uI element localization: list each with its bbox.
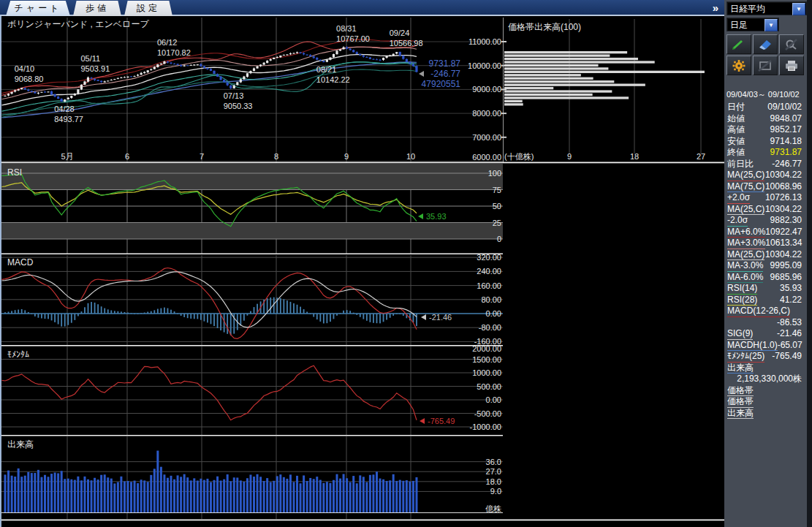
- tab-price[interactable]: 歩値: [73, 1, 121, 16]
- tab-settings[interactable]: 設定: [124, 1, 172, 16]
- indicator-value: 09/10/02: [767, 102, 802, 113]
- indicator-label[interactable]: SIG(9): [727, 328, 753, 340]
- indicator-label[interactable]: MA+3.0%: [727, 238, 765, 249]
- chevron-down-icon[interactable]: ▼: [764, 19, 778, 31]
- tab-price-label: 歩値: [86, 3, 109, 13]
- indicator-row: 出来高: [727, 363, 802, 374]
- indicator-row: RSI(28)41.22: [727, 295, 802, 306]
- rsi-marker: [418, 213, 423, 219]
- symbol-select[interactable]: 日経平均 ▼: [726, 1, 807, 15]
- indicator-value: 10726.13: [765, 192, 802, 204]
- zoom-tool-button[interactable]: [779, 34, 804, 54]
- volume-title: 出来高: [7, 439, 34, 450]
- price-axis-label: 11000.00: [468, 37, 501, 46]
- indicator-label[interactable]: MA(25,C): [727, 249, 764, 261]
- volume-axis-label: 18.0: [486, 477, 501, 486]
- indicator-label[interactable]: RSI(14): [727, 283, 757, 295]
- price-annotation: 9068.80: [15, 75, 44, 83]
- price-annotation: 10566.98: [390, 39, 423, 48]
- indicator-label[interactable]: 価格帯: [727, 385, 754, 397]
- macd-marker: [421, 314, 426, 320]
- pbv-axis-label: 27: [697, 152, 705, 161]
- indicator-value: 10613.34: [765, 238, 802, 249]
- indicator-row: 安値9714.18: [727, 136, 802, 148]
- price-axis-label: 6000.00: [472, 153, 501, 162]
- gear-icon: [732, 59, 746, 72]
- rsi-title: RSI: [7, 167, 22, 178]
- indicator-label[interactable]: 出来高: [727, 408, 754, 420]
- indicator-row: MA(25,C)10304.22: [727, 204, 802, 216]
- indicator-value: 2,193,330,000株: [727, 374, 802, 385]
- volume-axis-label: 9.0: [490, 487, 501, 496]
- momentum-axis-label: -500.00: [474, 409, 501, 418]
- month-axis-label: 5月: [61, 152, 73, 161]
- indicator-value: 9995.09: [770, 260, 802, 272]
- indicator-label[interactable]: +2.0σ: [727, 192, 750, 204]
- indicator-row: 高値9852.17: [727, 124, 802, 136]
- indicator-row: SIG(9)-21.46: [727, 328, 802, 340]
- price-annotation: 08/21: [316, 65, 337, 74]
- chart-canvas[interactable]: 11000.0010000.009000.008000.007000.00600…: [1, 16, 724, 527]
- period-select[interactable]: 日足 ▼: [726, 18, 779, 31]
- indicator-label[interactable]: 価格帯: [727, 396, 754, 408]
- indicator-label[interactable]: MA-3.0%: [727, 260, 763, 272]
- print-tool-button[interactable]: [779, 56, 804, 75]
- eraser-tool-button[interactable]: [753, 34, 778, 54]
- indicator-label[interactable]: RSI(28): [727, 295, 757, 306]
- rsi-axis-label: 75: [493, 186, 501, 194]
- indicator-row: 出来高: [727, 408, 802, 420]
- chevron-down-icon[interactable]: ▼: [792, 3, 805, 15]
- indicator-value: 9685.96: [770, 272, 802, 284]
- indicator-row: MACDH(1.0)-65.07: [727, 340, 802, 352]
- indicator-row: 始値9848.07: [727, 113, 802, 125]
- tab-chart[interactable]: チャート: [6, 1, 70, 16]
- price-annotation: 04/28: [54, 105, 75, 113]
- indicator-label[interactable]: MA(75,C): [727, 181, 764, 193]
- month-axis-label: 8: [274, 152, 278, 161]
- indicator-label[interactable]: MACD(12-26,C): [727, 306, 790, 317]
- indicator-row: MA(25,C)10304.22: [727, 249, 802, 261]
- indicator-label: 始値: [727, 113, 745, 125]
- indicator-row: 前日比-246.77: [727, 159, 802, 170]
- price-annotation: 05/11: [81, 54, 101, 63]
- indicator-label[interactable]: ﾓﾒﾝﾀﾑ(25): [727, 351, 764, 363]
- pbv-title: 価格帯出来高(100): [508, 22, 581, 32]
- capture-tool-button[interactable]: [753, 56, 778, 75]
- indicator-row: ﾓﾒﾝﾀﾑ(25)-765.49: [727, 351, 802, 363]
- price-annotation: 10142.22: [316, 75, 350, 84]
- indicator-label[interactable]: MA(25,C): [727, 204, 764, 216]
- price-axis-label: 9000.00: [472, 85, 501, 94]
- indicator-label[interactable]: MA-6.0%: [727, 272, 763, 284]
- indicator-row: MA(25,C)10304.22: [727, 170, 802, 181]
- indicator-row: 価格帯: [727, 385, 802, 397]
- settings-tool-button[interactable]: [726, 56, 751, 75]
- tab-overflow-icon[interactable]: »: [713, 1, 718, 15]
- magnifier-off-icon: [784, 39, 799, 50]
- volume-unit-label: 億株: [485, 504, 501, 513]
- indicator-label[interactable]: -2.0σ: [727, 215, 748, 227]
- month-axis-label: 9: [344, 152, 349, 161]
- indicator-label[interactable]: 出来高: [727, 363, 754, 374]
- indicator-row: 終値9731.87: [727, 147, 802, 159]
- indicator-label[interactable]: MA(25,C): [727, 170, 764, 181]
- macd-axis-label: 160.00: [477, 281, 501, 290]
- price-annotation: 10170.82: [157, 48, 191, 57]
- momentum-axis-label: 0.00: [486, 395, 501, 404]
- indicator-value: 9882.30: [770, 215, 802, 227]
- month-axis-label: 7: [200, 152, 204, 161]
- indicator-row: MA-3.0%9995.09: [727, 260, 802, 272]
- pbv-axis-label: 9: [567, 152, 572, 161]
- date-range-label: 09/04/03～ 09/10/02: [726, 89, 808, 100]
- tab-settings-label: 設定: [137, 3, 160, 13]
- price-annotation: 06/12: [157, 38, 178, 47]
- indicator-row: MACD(12-26,C): [727, 306, 802, 317]
- indicator-label: 高値: [727, 124, 745, 136]
- indicator-label[interactable]: MACDH(1.0): [727, 340, 778, 352]
- current-turnover-value: 47920551: [422, 79, 461, 89]
- indicator-label[interactable]: MA+6.0%: [727, 227, 765, 238]
- volume-axis-label: 36.0: [486, 458, 501, 466]
- rsi-axis-label: 25: [493, 219, 501, 227]
- price-annotation: 9503.91: [81, 64, 110, 73]
- draw-tool-button[interactable]: [726, 34, 751, 54]
- watch-panel: 日経平均 ▼ 日足 ▼ 09/04/03～ 09/10/02 日付09/10/0…: [724, 0, 812, 527]
